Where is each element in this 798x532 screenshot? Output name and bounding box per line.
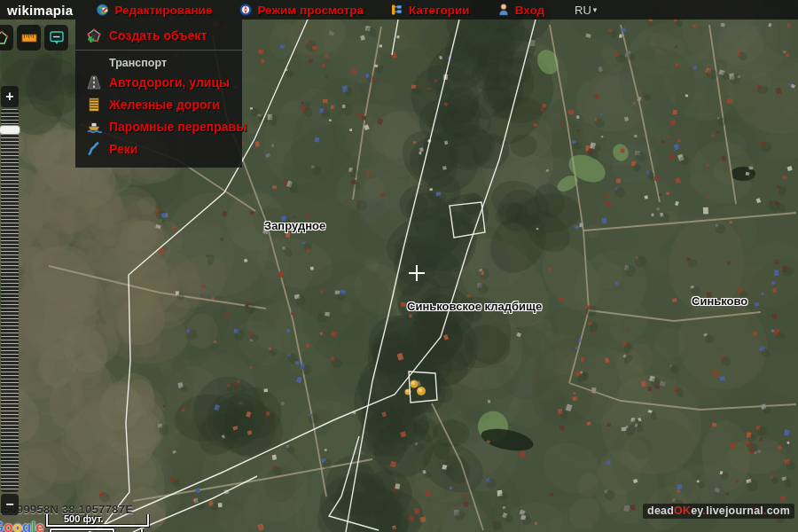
river-icon — [86, 141, 102, 157]
zoom-slider[interactable] — [1, 109, 19, 492]
menu-item-editing[interactable]: Редактирование — [96, 3, 212, 17]
google-logo: Google — [0, 519, 44, 532]
menu-item-roads-streets[interactable]: Автодороги, улицы — [75, 71, 242, 93]
menu-item-ferries[interactable]: Паромные переправы — [75, 115, 242, 137]
map-tools — [0, 25, 68, 51]
google-letter: o — [4, 519, 12, 532]
watermark-text: dead — [647, 505, 674, 517]
language-label: RU — [575, 4, 591, 17]
compass-icon — [239, 3, 253, 17]
wikimapia-logo[interactable]: wikimapia — [7, 3, 73, 18]
menu-item-login[interactable]: Вход — [497, 3, 544, 17]
railway-icon — [86, 97, 102, 113]
map-label-sinkovo[interactable]: Синьково — [692, 294, 747, 308]
wikimapia-window: Запрудное Синьковское кладбище Синьково … — [0, 0, 798, 532]
menu-item-rivers-label: Реки — [109, 142, 137, 156]
zoom-out-button[interactable]: − — [1, 494, 19, 515]
menu-item-ferries-label: Паромные переправы — [109, 120, 246, 134]
marker-tool-button[interactable] — [44, 25, 68, 51]
measure-tool-button[interactable] — [17, 25, 41, 51]
top-menu-bar: wikimapia Редактирование Режим просмотра — [0, 0, 798, 20]
watermark-text: OK — [674, 505, 691, 517]
watermark: deadOKey.livejournal.com — [643, 504, 794, 519]
menu-item-create-object-label: Создать объект — [109, 28, 207, 43]
ruler-icon — [20, 29, 38, 47]
globe-edit-icon — [96, 3, 110, 17]
scale-label: 500 фут. — [64, 513, 104, 524]
categories-icon — [390, 3, 404, 17]
zoom-in-button[interactable]: + — [1, 86, 19, 107]
menu-item-create-object[interactable]: Создать объект — [75, 24, 242, 46]
google-letter: g — [22, 519, 31, 532]
menu-item-categories[interactable]: Категории — [390, 3, 470, 17]
menu-item-railways-label: Железные дороги — [109, 98, 220, 112]
menu-item-login-label: Вход — [515, 4, 544, 17]
map-label-zaprudnoye[interactable]: Запрудное — [264, 219, 325, 232]
map-label-sinkovskoye-cemetery[interactable]: Синьковское кладбище — [407, 300, 542, 313]
watermark-text: com — [767, 505, 790, 517]
ferry-icon — [86, 119, 102, 135]
user-icon — [497, 3, 511, 17]
menu-item-categories-label: Категории — [409, 4, 470, 17]
language-selector[interactable]: RU ▾ — [575, 4, 597, 17]
menu-item-editing-label: Редактирование — [114, 4, 212, 17]
menu-item-rivers[interactable]: Реки — [75, 137, 242, 160]
google-letter: e — [35, 519, 43, 532]
polygon-tool-button[interactable] — [0, 25, 13, 51]
menu-divider — [75, 50, 242, 51]
polygon-tool-icon — [0, 29, 11, 47]
zoom-control: + − — [1, 86, 19, 515]
watermark-text: livejournal — [706, 505, 763, 517]
editing-dropdown-menu: Создать объект Транспорт Автодороги, ули… — [75, 20, 242, 168]
chevron-down-icon: ▾ — [593, 5, 598, 14]
marker-tool-icon — [48, 29, 66, 47]
polygon-plus-icon — [86, 27, 102, 43]
menu-item-roads-streets-label: Автодороги, улицы — [109, 75, 230, 90]
watermark-text: ey — [691, 505, 702, 517]
menu-item-view-mode[interactable]: Режим просмотра — [239, 3, 364, 17]
menu-section-transport: Транспорт — [75, 53, 242, 71]
google-letter: o — [13, 519, 22, 532]
zoom-slider-handle[interactable] — [0, 125, 20, 135]
road-icon — [86, 74, 102, 90]
menu-item-view-mode-label: Режим просмотра — [257, 4, 364, 17]
menu-item-railways[interactable]: Железные дороги — [75, 93, 242, 115]
